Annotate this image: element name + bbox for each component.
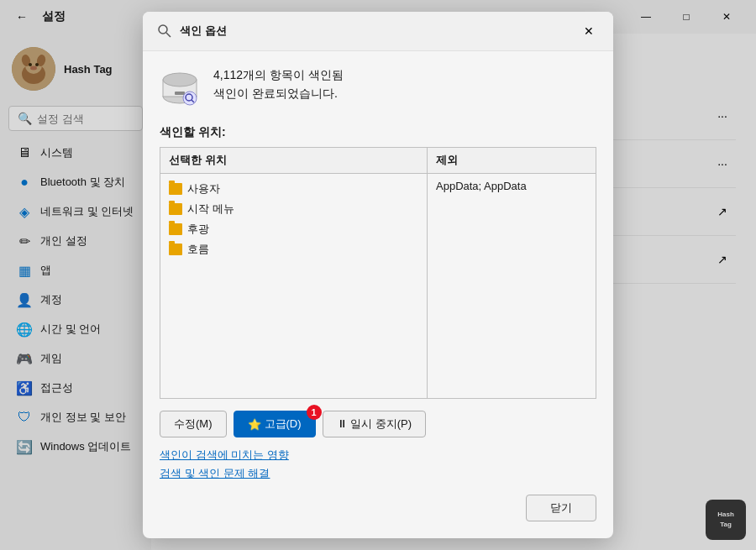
modal-close-button[interactable]: ✕ xyxy=(578,20,600,42)
list-item: 호름 xyxy=(169,239,418,259)
excluded-locations-panel: 제외 AppData; AppData xyxy=(428,148,596,398)
selected-locations-panel: 선택한 위치 사용자 시작 메뉴 후광 xyxy=(160,148,428,398)
modal-title-text: 색인 옵션 xyxy=(180,24,227,39)
index-options-dialog: 색인 옵션 ✕ xyxy=(143,12,613,538)
folder-list: 사용자 시작 메뉴 후광 호름 xyxy=(160,174,427,398)
modify-button[interactable]: 수정(M) xyxy=(160,411,227,437)
indexing-impact-link[interactable]: 색인이 검색에 미치는 영향 xyxy=(160,448,596,463)
pause-icon: ⏸ xyxy=(337,417,348,430)
folder-icon xyxy=(169,244,182,255)
status-section: 4,112개의 항목이 색인됨 색인이 완료되었습니다. xyxy=(160,68,596,108)
svg-rect-16 xyxy=(175,92,185,95)
help-links: 색인이 검색에 미치는 영향 검색 및 색인 문제 해결 xyxy=(160,448,596,481)
svg-point-11 xyxy=(159,25,167,34)
list-item: 시작 메뉴 xyxy=(169,199,418,219)
folder-icon xyxy=(169,183,182,195)
action-buttons: 수정(M) ⭐ 고급(D) 1 ⏸ 일시 중지(P) xyxy=(160,411,596,437)
exclude-content: AppData; AppData xyxy=(428,174,596,398)
exclude-header: 제외 xyxy=(428,148,596,174)
svg-line-12 xyxy=(166,33,171,37)
folder-icon xyxy=(169,223,182,235)
index-status: 색인이 완료되었습니다. xyxy=(213,86,344,102)
dialog-close-button[interactable]: 닫기 xyxy=(526,495,596,521)
folder-icon xyxy=(169,203,182,215)
locations-table: 선택한 위치 사용자 시작 메뉴 후광 xyxy=(160,147,596,399)
index-count: 4,112개의 항목이 색인됨 xyxy=(213,68,344,83)
disk-icon xyxy=(160,68,200,108)
folder-name-2: 후광 xyxy=(187,222,209,237)
svg-point-15 xyxy=(163,73,197,86)
modal-body: 4,112개의 항목이 색인됨 색인이 완료되었습니다. 색인할 위치: 선택한… xyxy=(143,51,613,538)
list-item: 사용자 xyxy=(169,179,418,199)
modal-title-icon xyxy=(156,23,173,39)
advanced-button[interactable]: ⭐ 고급(D) 1 xyxy=(234,411,316,437)
folder-name-1: 시작 메뉴 xyxy=(187,202,234,217)
exclude-value: AppData; AppData xyxy=(436,180,527,192)
modal-overlay: 색인 옵션 ✕ xyxy=(0,0,756,550)
pause-button[interactable]: ⏸ 일시 중지(P) xyxy=(323,411,427,437)
location-label: 색인할 위치: xyxy=(160,125,596,140)
troubleshoot-link[interactable]: 검색 및 색인 문제 해결 xyxy=(160,466,596,481)
modal-title-bar: 색인 옵션 ✕ xyxy=(143,12,613,51)
advanced-star-icon: ⭐ xyxy=(248,418,261,431)
folder-name-0: 사용자 xyxy=(187,181,220,196)
folder-name-3: 호름 xyxy=(187,242,209,257)
status-text: 4,112개의 항목이 색인됨 색인이 완료되었습니다. xyxy=(213,68,344,102)
list-item: 후광 xyxy=(169,219,418,239)
notification-badge: 1 xyxy=(307,405,322,420)
close-button-area: 닫기 xyxy=(160,495,596,521)
selected-header: 선택한 위치 xyxy=(160,148,427,174)
